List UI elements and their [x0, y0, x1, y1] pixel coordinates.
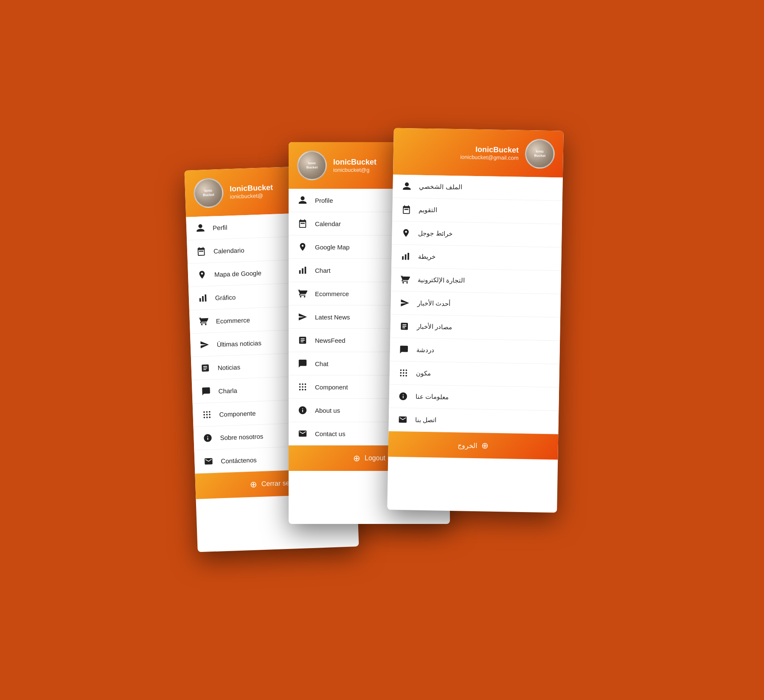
- label-profile: Profile: [315, 197, 333, 204]
- svg-rect-38: [407, 209, 408, 210]
- label-contactus: Contact us: [315, 430, 345, 437]
- svg-rect-37: [406, 209, 407, 210]
- info-icon-es: [202, 432, 213, 444]
- logout-bar-arabic[interactable]: ⊕ الخروج: [388, 431, 558, 459]
- logout-label-arabic: الخروج: [458, 441, 477, 450]
- label-component: Component: [315, 384, 348, 391]
- label-ecommerce-en: Ecommerce: [315, 290, 349, 297]
- send-icon-en: [297, 311, 308, 322]
- header-text-arabic: IonicBucket ionicbucket@gmail.com: [460, 145, 519, 161]
- svg-rect-8: [202, 251, 203, 252]
- label-grafico: Gráfico: [215, 293, 236, 301]
- avatar-arabic: IonicBucket: [525, 139, 555, 169]
- header-arabic: IonicBucket IonicBucket ionicbucket@gmai…: [393, 128, 564, 178]
- svg-point-49: [403, 375, 404, 377]
- label-ultimas: Últimas noticias: [216, 339, 261, 348]
- location-icon-ar: [400, 227, 411, 238]
- location-icon-en: [297, 241, 308, 252]
- email-arabic: ionicbucket@gmail.com: [460, 154, 519, 161]
- svg-rect-22: [302, 223, 303, 224]
- calendar-icon-ar: [401, 204, 412, 215]
- menu-item-chart-ar[interactable]: خريطة: [391, 245, 562, 271]
- header-text-english: IonicBucket ionicbucket@g: [333, 158, 376, 173]
- svg-rect-39: [402, 256, 404, 260]
- svg-point-45: [400, 372, 402, 374]
- svg-rect-40: [405, 254, 407, 260]
- svg-point-20: [209, 417, 211, 418]
- label-perfil: Perfil: [213, 224, 228, 231]
- menu-item-aboutus-ar[interactable]: معلومات عنا: [389, 384, 559, 411]
- label-newsfeed-ar: مصادر الأخبار: [417, 323, 452, 331]
- panel-arabic: IonicBucket IonicBucket ionicbucket@gmai…: [387, 128, 564, 513]
- svg-rect-25: [302, 268, 303, 274]
- mail-icon-en: [297, 428, 308, 439]
- svg-point-13: [206, 411, 208, 413]
- chart-icon-en: [297, 265, 308, 276]
- location-icon-es: [197, 269, 208, 280]
- label-latestnews: Latest News: [315, 314, 350, 321]
- person-icon: [195, 222, 206, 234]
- info-icon-ar: [398, 391, 409, 402]
- username-english: IonicBucket: [333, 158, 376, 167]
- logout-label-english: Logout: [365, 454, 385, 462]
- mail-icon-ar: [397, 414, 408, 425]
- cart-icon-en: [297, 288, 308, 299]
- menu-item-calendar-ar[interactable]: التقويم: [392, 198, 562, 224]
- cart-icon-ar: [399, 274, 410, 285]
- chart-icon-ar: [400, 251, 411, 262]
- email-english: ionicbucket@g: [333, 167, 376, 173]
- svg-point-29: [305, 384, 306, 385]
- svg-rect-41: [407, 253, 409, 260]
- svg-point-50: [405, 375, 407, 377]
- logout-icon-ar: ⊕: [481, 440, 489, 451]
- chat-icon-en: [297, 358, 308, 369]
- person-icon-ar: [401, 181, 412, 192]
- newsfeed-icon-ar: [399, 321, 410, 332]
- svg-rect-9: [199, 298, 201, 302]
- svg-point-47: [405, 372, 407, 374]
- avatar-english: IonicBucket: [297, 151, 327, 180]
- svg-point-33: [299, 389, 301, 391]
- menu-item-profile-ar[interactable]: الملف الشخصي: [393, 175, 563, 201]
- menu-item-latestnews-ar[interactable]: أحدث الأخبار: [390, 291, 561, 318]
- svg-point-18: [203, 417, 205, 418]
- label-component-ar: مكون: [416, 370, 431, 378]
- svg-rect-11: [205, 294, 206, 302]
- svg-point-16: [206, 414, 208, 416]
- grid-icon-ar: [398, 367, 409, 378]
- svg-point-46: [403, 372, 404, 374]
- avatar-spanish: IonicBucket: [193, 178, 224, 208]
- chat-icon-es: [200, 386, 212, 397]
- menu-item-chat-ar[interactable]: دردشة: [390, 338, 560, 364]
- email-spanish: ionicbucket@: [230, 192, 273, 200]
- svg-point-35: [305, 389, 306, 391]
- svg-rect-23: [303, 223, 305, 224]
- calendar-icon-en: [297, 218, 308, 229]
- menu-item-googlemap-ar[interactable]: خرائط جوجل: [392, 221, 562, 248]
- send-icon-ar: [399, 297, 410, 308]
- svg-point-19: [206, 417, 208, 418]
- logout-icon-en: ⊕: [353, 453, 360, 463]
- menu-list-arabic: الملف الشخصي التقويم خرائط جوجل خريطة: [388, 175, 562, 434]
- label-chart: Chart: [315, 267, 331, 274]
- cart-icon-es: [198, 316, 209, 327]
- menu-item-newsfeed-ar[interactable]: مصادر الأخبار: [390, 315, 560, 341]
- label-googlemap-ar: خرائط جوجل: [418, 230, 452, 238]
- label-calendario: Calendario: [213, 246, 244, 255]
- info-icon-en: [297, 405, 308, 416]
- newsfeed-icon-es: [199, 362, 211, 374]
- svg-point-17: [209, 414, 211, 415]
- svg-rect-24: [299, 270, 301, 274]
- svg-point-34: [302, 389, 303, 391]
- label-sobre: Sobre nosotros: [220, 432, 263, 441]
- label-componente: Componente: [219, 409, 256, 418]
- grid-icon-en: [297, 381, 308, 392]
- menu-item-component-ar[interactable]: مكون: [389, 361, 559, 387]
- label-aboutus: About us: [315, 407, 340, 414]
- svg-point-14: [209, 411, 211, 413]
- person-icon-en: [297, 195, 308, 206]
- menu-item-ecommerce-ar[interactable]: التجارة الإلكترونية: [391, 268, 561, 294]
- menu-item-contactus-ar[interactable]: اتصل بنا: [388, 408, 559, 434]
- chat-icon-ar: [399, 344, 410, 355]
- svg-point-27: [299, 384, 301, 385]
